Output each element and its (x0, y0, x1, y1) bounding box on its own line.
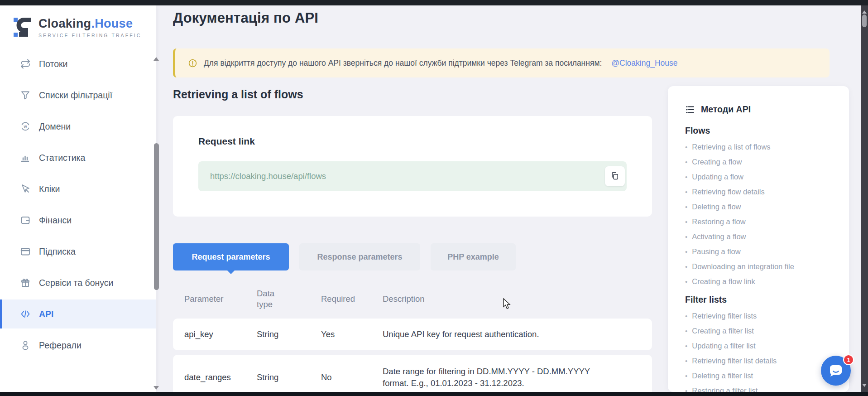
mouse-cursor (502, 298, 512, 310)
sidebar-item-фінанси[interactable]: Фінанси (0, 206, 156, 235)
sidebar-scrollbar-thumb[interactable] (154, 143, 159, 290)
sidebar-scroll-down-arrow[interactable] (153, 386, 159, 392)
sidebar-item-домени[interactable]: w Домени (0, 112, 156, 141)
browser-bottom-bar (0, 392, 868, 396)
list-icon (685, 105, 695, 115)
tab-1[interactable]: Response parameters (299, 243, 420, 270)
page-scroll-down-arrow[interactable] (862, 384, 867, 389)
svg-text:w: w (23, 124, 27, 129)
table-row: api_key String Yes Unique API key for re… (173, 319, 652, 350)
api-icon (20, 309, 31, 319)
method-link[interactable]: • Creating a flow (685, 155, 836, 169)
table-column-header: Required (321, 294, 383, 304)
method-link[interactable]: • Retrieving filter list details (685, 353, 836, 368)
sidebar-item-потоки[interactable]: Потоки (0, 49, 156, 78)
sidebar-item-api[interactable]: API (0, 299, 156, 328)
sidebar-item-статистика[interactable]: Статистика (0, 143, 156, 172)
cell-required: No (321, 372, 383, 382)
api-methods-panel: Методи API Flows • Retrieving a list of … (668, 86, 849, 392)
bullet: • (685, 200, 687, 214)
stats-icon (20, 152, 31, 163)
methods-section-title: Filter lists (685, 295, 836, 305)
sidebar-item-реферали[interactable]: Реферали (0, 331, 156, 360)
methods-section: Flows • Retrieving a list of flows • Cre… (685, 126, 836, 289)
bullet: • (685, 140, 687, 155)
sidebar-scroll-up-arrow[interactable] (153, 54, 159, 61)
flows-icon (20, 58, 31, 69)
copy-icon (610, 171, 619, 182)
request-url-field[interactable]: https://cloaking.house/api/flows (198, 161, 627, 191)
bullet: • (685, 215, 687, 229)
referrals-icon (20, 340, 31, 351)
bullet: • (685, 324, 687, 338)
method-link[interactable]: • Deleting a filter list (685, 368, 836, 383)
copy-button[interactable] (605, 166, 625, 186)
methods-panel-title: Методи API (701, 104, 751, 115)
bullet: • (685, 230, 687, 244)
domains-icon: w (20, 121, 31, 132)
page-scrollbar-thumb[interactable] (862, 14, 867, 27)
app-window: Cloaking.House SERVICE FILTERING TRAFFIC… (0, 0, 868, 396)
page-title: Документація по API (173, 10, 318, 26)
method-link[interactable]: • Restoring a filter list (685, 383, 836, 392)
finance-icon (20, 215, 31, 226)
bullet: • (685, 339, 687, 353)
chat-icon (828, 363, 844, 378)
table-column-header: Parameter (184, 294, 257, 304)
method-link[interactable]: • Retrieving flow details (685, 184, 836, 199)
sidebar-nav: Потоки Списки фільтрації w Домени Статис… (0, 47, 156, 362)
telegram-link[interactable]: @Cloaking_House (611, 58, 677, 68)
methods-sections: Flows • Retrieving a list of flows • Cre… (685, 126, 836, 392)
request-link-title: Request link (198, 136, 255, 147)
method-link[interactable]: • Downloading an integration file (685, 259, 836, 274)
logo-icon (14, 15, 32, 39)
page-scrollbar[interactable] (861, 5, 868, 392)
table-column-header: Description (383, 294, 642, 304)
chat-notification-badge: 1 (843, 354, 854, 365)
bullet: • (685, 354, 687, 368)
filter-icon (20, 90, 31, 101)
method-link[interactable]: • Restoring a flow (685, 214, 836, 229)
bullet: • (685, 170, 687, 184)
sidebar-item-підписка[interactable]: Підписка (0, 237, 156, 266)
methods-section: Filter lists • Retrieving filter lists •… (685, 295, 836, 392)
cell-required: Yes (321, 329, 383, 339)
method-link[interactable]: • Activating a flow (685, 229, 836, 244)
method-link[interactable]: • Updating a filter list (685, 338, 836, 353)
section-title: Retrieving a list of flows (173, 88, 303, 101)
bullet: • (685, 155, 687, 169)
tab-2[interactable]: PHP example (431, 243, 516, 270)
method-link[interactable]: • Creating a filter list (685, 324, 836, 338)
browser-top-bar (0, 0, 868, 5)
logo-tagline: SERVICE FILTERING TRAFFIC (38, 33, 141, 38)
table-column-header: Data type (257, 288, 321, 310)
cell-description: Date range for filtering in DD.MM.YYYY -… (383, 366, 617, 389)
method-link[interactable]: • Retrieving filter lists (685, 309, 836, 324)
logo[interactable]: Cloaking.House SERVICE FILTERING TRAFFIC (14, 15, 141, 39)
cell-data-type: String (257, 329, 321, 339)
sidebar: Cloaking.House SERVICE FILTERING TRAFFIC… (0, 5, 156, 392)
info-banner: Для відкриття доступу до нашого API звер… (173, 48, 830, 77)
bullet: • (685, 260, 687, 274)
banner-text: Для відкриття доступу до нашого API звер… (204, 58, 602, 68)
tab-0[interactable]: Request parameters (173, 243, 289, 270)
method-link[interactable]: • Deleting a flow (685, 199, 836, 214)
clicks-icon (20, 184, 31, 194)
sidebar-item-списки-фільтрації[interactable]: Списки фільтрації (0, 81, 156, 110)
page-scroll-up-arrow[interactable] (862, 8, 867, 14)
method-link[interactable]: • Creating a flow link (685, 274, 836, 289)
cell-data-type: String (257, 372, 321, 382)
services-icon (20, 277, 31, 288)
cell-description: Unique API key for request authenticatio… (383, 328, 617, 340)
sidebar-item-кліки[interactable]: Кліки (0, 174, 156, 203)
subscription-icon (20, 246, 31, 257)
methods-section-title: Flows (685, 126, 836, 136)
method-link[interactable]: • Updating a flow (685, 169, 836, 184)
method-link[interactable]: • Retrieving a list of flows (685, 140, 836, 155)
table-header: ParameterData typeRequiredDescription (184, 283, 642, 315)
request-link-card: Request link https://cloaking.house/api/… (173, 116, 652, 217)
method-link[interactable]: • Pausing a flow (685, 244, 836, 259)
sidebar-item-сервіси-та-бонуси[interactable]: Сервіси та бонуси (0, 268, 156, 297)
cell-parameter: api_key (184, 329, 257, 339)
bullet: • (685, 369, 687, 383)
